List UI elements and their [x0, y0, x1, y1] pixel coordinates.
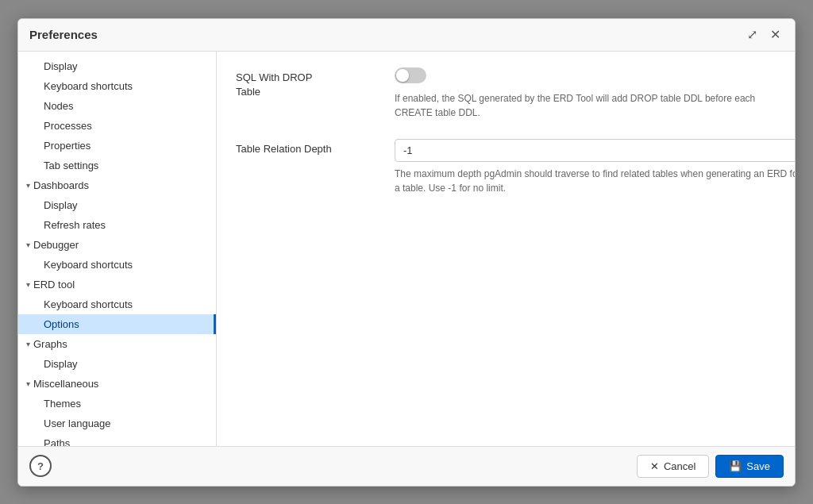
sidebar-item-dashboards-refresh-rates[interactable]: Refresh rates	[18, 215, 216, 235]
toggle-track	[395, 67, 426, 83]
sidebar-item-dashboards-display[interactable]: Display	[18, 195, 216, 215]
sidebar-group-miscellaneous: ▾ Miscellaneous Themes User language Pat…	[18, 374, 216, 446]
sidebar-item-erd-keyboard-shortcuts[interactable]: Keyboard shortcuts	[18, 294, 216, 314]
help-button[interactable]: ?	[29, 455, 52, 477]
sidebar-item-browser-keyboard-shortcuts[interactable]: Keyboard shortcuts	[18, 76, 216, 96]
preferences-dialog: Preferences ⤢ ✕ Display Keyboard shortcu…	[17, 18, 796, 487]
toggle-thumb	[396, 69, 409, 82]
chevron-dashboards-icon: ▾	[26, 181, 30, 190]
footer-actions: ✕ Cancel 💾 Save	[637, 455, 784, 478]
sql-drop-table-label: SQL With DROPTable	[236, 67, 379, 99]
table-relation-depth-control: The maximum depth pgAdmin should travers…	[395, 139, 795, 195]
sidebar-section-erd-tool[interactable]: ▾ ERD tool	[18, 275, 216, 294]
sql-drop-table-control: If enabled, the SQL generated by the ERD…	[395, 67, 776, 120]
sidebar-group-browser: Display Keyboard shortcuts Nodes Process…	[18, 56, 216, 175]
sidebar-section-miscellaneous[interactable]: ▾ Miscellaneous	[18, 374, 216, 394]
chevron-erd-icon: ▾	[26, 280, 30, 289]
cancel-icon: ✕	[650, 460, 659, 472]
expand-button[interactable]: ⤢	[744, 27, 761, 43]
chevron-graphs-icon: ▾	[26, 340, 30, 348]
save-label: Save	[746, 460, 770, 472]
dialog-header: Preferences ⤢ ✕	[18, 19, 795, 52]
cancel-label: Cancel	[664, 460, 695, 472]
table-relation-depth-description: The maximum depth pgAdmin should travers…	[395, 167, 795, 195]
close-button[interactable]: ✕	[767, 27, 784, 43]
dialog-header-icons: ⤢ ✕	[744, 27, 784, 43]
form-row-sql-drop-table: SQL With DROPTable If enabled, the SQL g…	[236, 67, 776, 120]
sidebar-group-graphs: ▾ Graphs Display	[18, 334, 216, 374]
sidebar-item-graphs-display[interactable]: Display	[18, 354, 216, 374]
sidebar-item-misc-themes[interactable]: Themes	[18, 394, 216, 414]
table-relation-depth-input[interactable]	[395, 139, 795, 162]
sidebar-group-erd-tool: ▾ ERD tool Keyboard shortcuts Options	[18, 275, 216, 334]
sidebar-item-misc-paths[interactable]: Paths	[18, 433, 216, 446]
sidebar-item-misc-user-language[interactable]: User language	[18, 414, 216, 433]
dialog-body: Display Keyboard shortcuts Nodes Process…	[18, 52, 795, 446]
sql-drop-table-toggle[interactable]	[395, 67, 426, 83]
sidebar-section-debugger[interactable]: ▾ Debugger	[18, 235, 216, 255]
sidebar-group-debugger: ▾ Debugger Keyboard shortcuts	[18, 235, 216, 275]
sidebar-item-browser-nodes[interactable]: Nodes	[18, 96, 216, 116]
chevron-debugger-icon: ▾	[26, 240, 30, 249]
sidebar-item-browser-properties[interactable]: Properties	[18, 136, 216, 156]
chevron-miscellaneous-icon: ▾	[26, 379, 30, 388]
save-icon: 💾	[729, 460, 742, 472]
sidebar-item-browser-processes[interactable]: Processes	[18, 116, 216, 136]
sql-drop-table-description: If enabled, the SQL generated by the ERD…	[395, 91, 776, 120]
table-relation-depth-label: Table Relation Depth	[236, 139, 379, 156]
cancel-button[interactable]: ✕ Cancel	[637, 455, 709, 478]
sidebar-item-browser-tab-settings[interactable]: Tab settings	[18, 156, 216, 175]
sidebar-item-erd-options[interactable]: Options	[18, 314, 216, 334]
main-content: SQL With DROPTable If enabled, the SQL g…	[217, 52, 795, 446]
sidebar-item-browser-display[interactable]: Display	[18, 56, 216, 76]
sidebar-section-dashboards[interactable]: ▾ Dashboards	[18, 175, 216, 195]
sidebar-group-dashboards: ▾ Dashboards Display Refresh rates	[18, 175, 216, 235]
sidebar-item-debugger-keyboard-shortcuts[interactable]: Keyboard shortcuts	[18, 255, 216, 275]
sidebar-section-graphs[interactable]: ▾ Graphs	[18, 334, 216, 354]
save-button[interactable]: 💾 Save	[715, 455, 784, 478]
form-row-table-relation-depth: Table Relation Depth The maximum depth p…	[236, 139, 776, 195]
sidebar: Display Keyboard shortcuts Nodes Process…	[18, 52, 217, 446]
dialog-title: Preferences	[29, 28, 98, 41]
dialog-footer: ? ✕ Cancel 💾 Save	[18, 446, 795, 486]
